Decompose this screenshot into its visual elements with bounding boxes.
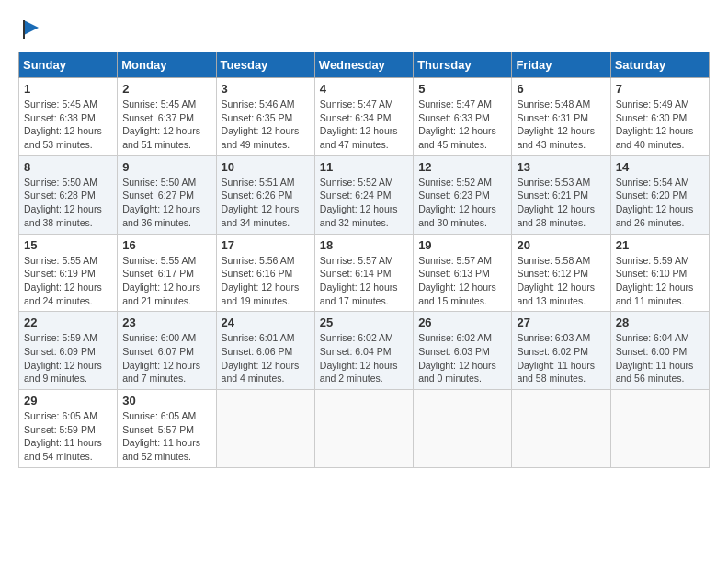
day-number: 19 <box>418 238 506 252</box>
day-info: Sunrise: 5:58 AM Sunset: 6:12 PM Dayligh… <box>517 254 605 308</box>
calendar-week-row: 15Sunrise: 5:55 AM Sunset: 6:19 PM Dayli… <box>19 234 710 312</box>
calendar-day-cell: 24Sunrise: 6:01 AM Sunset: 6:06 PM Dayli… <box>216 312 314 390</box>
day-info: Sunrise: 6:02 AM Sunset: 6:03 PM Dayligh… <box>418 331 506 385</box>
calendar-week-row: 29Sunrise: 6:05 AM Sunset: 5:59 PM Dayli… <box>19 390 710 468</box>
day-info: Sunrise: 6:04 AM Sunset: 6:00 PM Dayligh… <box>616 331 704 385</box>
calendar-day-cell: 21Sunrise: 5:59 AM Sunset: 6:10 PM Dayli… <box>610 234 709 312</box>
day-number: 16 <box>122 238 210 252</box>
day-info: Sunrise: 5:59 AM Sunset: 6:10 PM Dayligh… <box>616 254 704 308</box>
logo <box>18 18 42 37</box>
day-number: 7 <box>616 82 704 96</box>
day-number: 21 <box>616 238 704 252</box>
day-info: Sunrise: 5:45 AM Sunset: 6:38 PM Dayligh… <box>24 98 112 152</box>
day-number: 24 <box>222 316 310 329</box>
day-number: 3 <box>222 82 310 96</box>
calendar-day-cell: 28Sunrise: 6:04 AM Sunset: 6:00 PM Dayli… <box>610 312 709 390</box>
page-header <box>18 18 710 37</box>
calendar-day-cell: 22Sunrise: 5:59 AM Sunset: 6:09 PM Dayli… <box>19 312 118 390</box>
day-number: 6 <box>517 82 605 96</box>
day-number: 23 <box>122 316 210 329</box>
calendar-day-cell: 10Sunrise: 5:51 AM Sunset: 6:26 PM Dayli… <box>216 155 314 234</box>
day-number: 17 <box>222 238 310 252</box>
calendar-header-row: SundayMondayTuesdayWednesdayThursdayFrid… <box>19 52 710 78</box>
calendar-day-cell: 2Sunrise: 5:45 AM Sunset: 6:37 PM Daylig… <box>118 78 216 156</box>
day-number: 11 <box>320 160 408 174</box>
calendar-empty-cell <box>414 390 512 468</box>
day-info: Sunrise: 6:02 AM Sunset: 6:04 PM Dayligh… <box>320 331 408 385</box>
calendar-day-cell: 11Sunrise: 5:52 AM Sunset: 6:24 PM Dayli… <box>314 155 413 234</box>
day-info: Sunrise: 6:05 AM Sunset: 5:59 PM Dayligh… <box>24 409 112 464</box>
svg-marker-0 <box>24 20 39 35</box>
calendar-day-cell: 8Sunrise: 5:50 AM Sunset: 6:28 PM Daylig… <box>19 155 118 234</box>
calendar-empty-cell <box>512 390 610 468</box>
day-number: 14 <box>616 160 704 174</box>
day-info: Sunrise: 5:46 AM Sunset: 6:35 PM Dayligh… <box>222 98 310 152</box>
day-number: 5 <box>418 82 506 96</box>
calendar-empty-cell <box>610 390 709 468</box>
day-info: Sunrise: 5:55 AM Sunset: 6:17 PM Dayligh… <box>122 254 210 308</box>
calendar-day-cell: 14Sunrise: 5:54 AM Sunset: 6:20 PM Dayli… <box>610 155 709 234</box>
day-number: 25 <box>320 316 408 329</box>
day-number: 27 <box>517 316 605 329</box>
day-of-week-header: Wednesday <box>314 52 413 78</box>
day-info: Sunrise: 5:57 AM Sunset: 6:13 PM Dayligh… <box>418 254 506 308</box>
day-number: 9 <box>122 160 210 174</box>
day-number: 29 <box>24 394 112 408</box>
day-number: 13 <box>517 160 605 174</box>
day-number: 18 <box>320 238 408 252</box>
calendar-week-row: 22Sunrise: 5:59 AM Sunset: 6:09 PM Dayli… <box>19 312 710 390</box>
calendar-week-row: 1Sunrise: 5:45 AM Sunset: 6:38 PM Daylig… <box>19 78 710 156</box>
logo-flag-icon <box>20 18 42 40</box>
day-number: 10 <box>222 160 310 174</box>
day-of-week-header: Monday <box>118 52 216 78</box>
day-info: Sunrise: 5:51 AM Sunset: 6:26 PM Dayligh… <box>222 176 310 230</box>
calendar-day-cell: 29Sunrise: 6:05 AM Sunset: 5:59 PM Dayli… <box>19 390 118 468</box>
calendar-day-cell: 1Sunrise: 5:45 AM Sunset: 6:38 PM Daylig… <box>19 78 118 156</box>
day-of-week-header: Sunday <box>19 52 118 78</box>
day-number: 15 <box>24 238 112 252</box>
day-number: 4 <box>320 82 408 96</box>
day-info: Sunrise: 5:47 AM Sunset: 6:33 PM Dayligh… <box>418 98 506 152</box>
calendar-day-cell: 3Sunrise: 5:46 AM Sunset: 6:35 PM Daylig… <box>216 78 314 156</box>
day-info: Sunrise: 5:57 AM Sunset: 6:14 PM Dayligh… <box>320 254 408 308</box>
calendar-week-row: 8Sunrise: 5:50 AM Sunset: 6:28 PM Daylig… <box>19 155 710 234</box>
day-info: Sunrise: 6:01 AM Sunset: 6:06 PM Dayligh… <box>222 331 310 385</box>
calendar-empty-cell <box>216 390 314 468</box>
day-info: Sunrise: 5:56 AM Sunset: 6:16 PM Dayligh… <box>222 254 310 308</box>
calendar-day-cell: 15Sunrise: 5:55 AM Sunset: 6:19 PM Dayli… <box>19 234 118 312</box>
day-info: Sunrise: 6:05 AM Sunset: 5:57 PM Dayligh… <box>122 409 210 464</box>
day-info: Sunrise: 5:53 AM Sunset: 6:21 PM Dayligh… <box>517 176 605 230</box>
calendar-day-cell: 17Sunrise: 5:56 AM Sunset: 6:16 PM Dayli… <box>216 234 314 312</box>
day-info: Sunrise: 5:45 AM Sunset: 6:37 PM Dayligh… <box>122 98 210 152</box>
day-of-week-header: Thursday <box>414 52 512 78</box>
day-number: 30 <box>122 394 210 408</box>
day-of-week-header: Saturday <box>610 52 709 78</box>
day-info: Sunrise: 5:59 AM Sunset: 6:09 PM Dayligh… <box>24 331 112 385</box>
calendar-day-cell: 13Sunrise: 5:53 AM Sunset: 6:21 PM Dayli… <box>512 155 610 234</box>
day-number: 1 <box>24 82 112 96</box>
day-number: 8 <box>24 160 112 174</box>
day-number: 12 <box>418 160 506 174</box>
day-number: 26 <box>418 316 506 329</box>
calendar-day-cell: 4Sunrise: 5:47 AM Sunset: 6:34 PM Daylig… <box>314 78 413 156</box>
calendar-day-cell: 18Sunrise: 5:57 AM Sunset: 6:14 PM Dayli… <box>314 234 413 312</box>
calendar-day-cell: 27Sunrise: 6:03 AM Sunset: 6:02 PM Dayli… <box>512 312 610 390</box>
svg-rect-1 <box>23 20 25 39</box>
calendar-day-cell: 30Sunrise: 6:05 AM Sunset: 5:57 PM Dayli… <box>118 390 216 468</box>
day-info: Sunrise: 5:52 AM Sunset: 6:24 PM Dayligh… <box>320 176 408 230</box>
day-info: Sunrise: 5:50 AM Sunset: 6:27 PM Dayligh… <box>122 176 210 230</box>
calendar-day-cell: 20Sunrise: 5:58 AM Sunset: 6:12 PM Dayli… <box>512 234 610 312</box>
day-info: Sunrise: 6:03 AM Sunset: 6:02 PM Dayligh… <box>517 331 605 385</box>
day-info: Sunrise: 5:54 AM Sunset: 6:20 PM Dayligh… <box>616 176 704 230</box>
calendar-day-cell: 25Sunrise: 6:02 AM Sunset: 6:04 PM Dayli… <box>314 312 413 390</box>
calendar-empty-cell <box>314 390 413 468</box>
day-info: Sunrise: 5:50 AM Sunset: 6:28 PM Dayligh… <box>24 176 112 230</box>
calendar-day-cell: 19Sunrise: 5:57 AM Sunset: 6:13 PM Dayli… <box>414 234 512 312</box>
calendar-day-cell: 5Sunrise: 5:47 AM Sunset: 6:33 PM Daylig… <box>414 78 512 156</box>
day-info: Sunrise: 5:55 AM Sunset: 6:19 PM Dayligh… <box>24 254 112 308</box>
calendar-day-cell: 7Sunrise: 5:49 AM Sunset: 6:30 PM Daylig… <box>610 78 709 156</box>
day-info: Sunrise: 5:49 AM Sunset: 6:30 PM Dayligh… <box>616 98 704 152</box>
day-number: 2 <box>122 82 210 96</box>
calendar-day-cell: 26Sunrise: 6:02 AM Sunset: 6:03 PM Dayli… <box>414 312 512 390</box>
day-number: 20 <box>517 238 605 252</box>
